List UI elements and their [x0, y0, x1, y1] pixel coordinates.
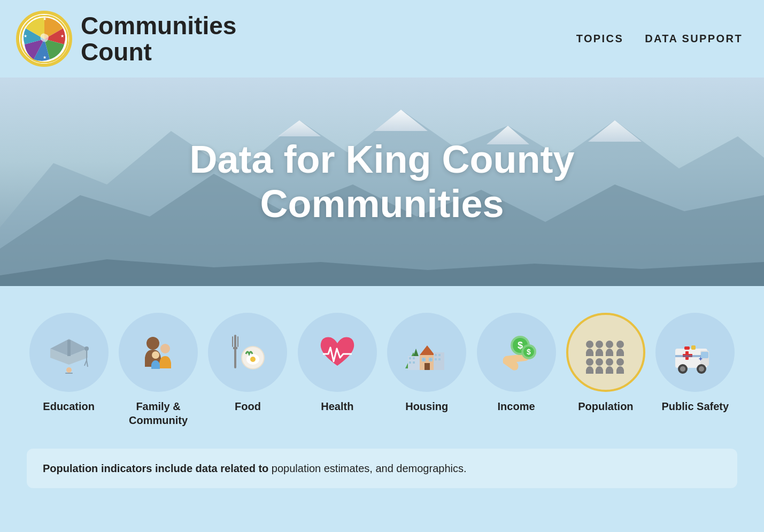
- svg-rect-27: [232, 336, 233, 347]
- svg-rect-50: [409, 357, 411, 359]
- topic-housing[interactable]: Housing: [385, 313, 469, 427]
- svg-rect-28: [237, 336, 238, 347]
- svg-rect-46: [438, 354, 441, 356]
- svg-rect-79: [691, 345, 696, 350]
- svg-point-67: [616, 358, 624, 366]
- logo-text: Communities Count: [81, 13, 236, 65]
- description-text: Population indicators include data relat…: [43, 462, 467, 474]
- topic-income-label: Income: [498, 399, 535, 413]
- svg-point-60: [586, 341, 593, 348]
- hero-title-line2: Communities: [190, 182, 575, 226]
- svg-point-74: [680, 366, 685, 372]
- topic-food-label: Food: [235, 399, 261, 413]
- svg-point-65: [596, 358, 603, 366]
- svg-point-76: [699, 366, 704, 372]
- topic-health[interactable]: Health: [295, 313, 379, 427]
- svg-point-23: [146, 337, 159, 350]
- logo-icon: ★ ★ ★ ★: [16, 11, 72, 67]
- description-bold: Population indicators include data relat…: [43, 462, 268, 474]
- logo-area: ★ ★ ★ ★ Communities Count: [16, 11, 236, 67]
- svg-point-25: [152, 351, 159, 359]
- topic-housing-circle: [387, 313, 466, 392]
- svg-text:$: $: [527, 348, 531, 356]
- svg-line-20: [87, 360, 88, 367]
- svg-point-61: [596, 341, 603, 348]
- svg-rect-45: [435, 354, 437, 356]
- topic-housing-label: Housing: [405, 399, 448, 413]
- hero-title-line1: Data for King County: [190, 137, 575, 182]
- site-header: ★ ★ ★ ★ Communities Count TOPICS DATA SU…: [0, 0, 764, 78]
- svg-rect-78: [684, 346, 690, 350]
- topic-public-safety-label: Public Safety: [662, 399, 729, 413]
- svg-text:✚: ✚: [699, 357, 703, 361]
- svg-rect-29: [233, 347, 237, 349]
- topic-education[interactable]: Education: [27, 313, 111, 427]
- svg-point-66: [606, 358, 613, 366]
- topics-section: Education Family &Community: [0, 286, 764, 504]
- topic-family-community[interactable]: Family &Community: [116, 313, 200, 427]
- logo-count: Count: [81, 39, 236, 65]
- topic-public-safety[interactable]: ✚ Public Safety: [653, 313, 737, 427]
- svg-point-33: [250, 357, 256, 362]
- description-normal: population estimates, and demographics.: [268, 462, 466, 474]
- topic-health-circle: [298, 313, 377, 392]
- topic-population-circle: [566, 313, 645, 392]
- svg-rect-51: [413, 357, 415, 359]
- svg-rect-34: [234, 335, 236, 338]
- hero-banner: Data for King County Communities: [0, 78, 764, 286]
- svg-rect-22: [65, 373, 73, 374]
- svg-rect-39: [425, 363, 430, 370]
- svg-point-21: [66, 367, 72, 373]
- nav-topics[interactable]: TOPICS: [576, 33, 624, 45]
- svg-rect-53: [413, 361, 415, 364]
- svg-text:★: ★: [24, 34, 27, 38]
- topic-education-label: Education: [43, 399, 95, 413]
- topic-food-circle: [208, 313, 287, 392]
- logo-communities: Communities: [81, 13, 236, 38]
- hero-title: Data for King County Communities: [190, 137, 575, 226]
- svg-rect-16: [67, 340, 71, 356]
- svg-rect-52: [409, 361, 411, 364]
- topic-population-label: Population: [578, 399, 633, 413]
- nav-data-support[interactable]: DATA SUPPORT: [645, 33, 743, 45]
- topic-income[interactable]: $ $ Income: [474, 313, 558, 427]
- topic-education-circle: [29, 313, 109, 392]
- main-nav: TOPICS DATA SUPPORT: [576, 33, 743, 45]
- svg-rect-48: [438, 358, 441, 360]
- topic-population[interactable]: Population: [564, 313, 647, 427]
- svg-point-17: [84, 346, 89, 351]
- topics-grid: Education Family &Community: [27, 313, 737, 427]
- svg-point-62: [606, 341, 613, 348]
- topic-family-label: Family &Community: [129, 399, 188, 427]
- svg-rect-26: [234, 336, 236, 368]
- svg-point-24: [160, 344, 170, 353]
- topic-family-circle: [119, 313, 198, 392]
- topic-food[interactable]: Food: [206, 313, 290, 427]
- svg-point-63: [616, 341, 624, 348]
- svg-text:★: ★: [60, 34, 64, 38]
- svg-point-64: [586, 358, 593, 366]
- svg-marker-36: [420, 345, 435, 355]
- topic-public-safety-circle: ✚: [655, 313, 735, 392]
- svg-rect-47: [435, 358, 437, 360]
- description-box: Population indicators include data relat…: [27, 449, 737, 488]
- topic-health-label: Health: [321, 399, 353, 413]
- svg-text:★: ★: [43, 17, 47, 21]
- topic-income-circle: $ $: [477, 313, 556, 392]
- svg-text:★: ★: [43, 55, 47, 60]
